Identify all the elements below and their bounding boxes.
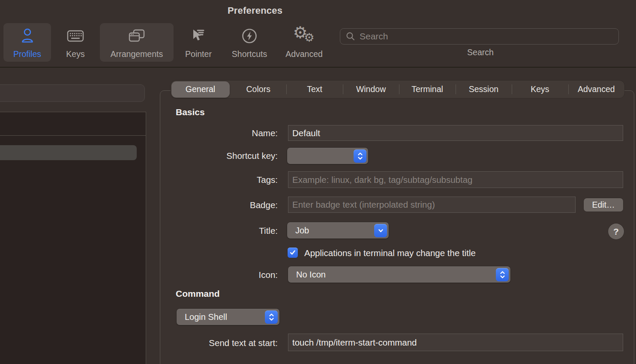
title-popup[interactable]: Job xyxy=(287,222,389,239)
toolbar-item-label: Profiles xyxy=(13,49,41,59)
basics-section-header: Basics xyxy=(176,107,205,117)
tab-terminal[interactable]: Terminal xyxy=(399,81,455,98)
toolbar-item-label: Advanced xyxy=(285,49,323,59)
command-type-value: Login Shell xyxy=(177,312,227,322)
keyboard-icon xyxy=(67,23,84,48)
icon-popup-value: No Icon xyxy=(288,270,326,280)
shortcut-key-popup[interactable] xyxy=(287,148,368,164)
lightning-icon xyxy=(241,23,258,48)
tab-text[interactable]: Text xyxy=(286,81,342,98)
toolbar-item-label: Arrangements xyxy=(111,49,163,59)
title-change-checkbox[interactable] xyxy=(288,248,298,258)
gears-icon: ⚙⚙ xyxy=(292,23,316,48)
toolbar-search-field[interactable] xyxy=(340,28,619,45)
tab-window[interactable]: Window xyxy=(343,81,399,98)
badge-field[interactable] xyxy=(288,197,576,213)
cursor-icon xyxy=(190,23,207,48)
toolbar-item-label: Shortcuts xyxy=(232,49,267,59)
icon-label: Icon: xyxy=(176,270,278,280)
tab-keys[interactable]: Keys xyxy=(512,81,568,98)
toolbar-item-pointer[interactable]: Pointer xyxy=(180,23,217,62)
name-label: Name: xyxy=(176,128,278,138)
toolbar-search-label: Search xyxy=(464,48,497,57)
toolbar-item-keys[interactable]: Keys xyxy=(58,23,93,62)
profile-list-selected-row[interactable] xyxy=(0,145,137,160)
name-field[interactable] xyxy=(288,125,623,141)
send-text-field[interactable] xyxy=(288,334,623,351)
tab-session[interactable]: Session xyxy=(456,81,512,98)
profile-list-header xyxy=(0,112,146,136)
help-button[interactable]: ? xyxy=(608,224,624,239)
toolbar-item-profiles[interactable]: Profiles xyxy=(3,23,51,62)
tab-general[interactable]: General xyxy=(171,81,230,98)
toolbar-item-label: Keys xyxy=(66,49,84,59)
search-icon xyxy=(346,32,355,41)
person-icon xyxy=(20,23,35,48)
badge-label: Badge: xyxy=(176,200,278,210)
toolbar-item-shortcuts[interactable]: Shortcuts xyxy=(224,23,275,62)
updown-chevrons-icon xyxy=(265,310,278,324)
tab-advanced[interactable]: Advanced xyxy=(568,81,624,98)
title-label: Title: xyxy=(176,226,278,236)
window-title: Preferences xyxy=(180,5,330,16)
icon-popup[interactable]: No Icon xyxy=(288,266,510,283)
updown-chevrons-icon xyxy=(354,149,366,163)
profile-list[interactable] xyxy=(0,112,146,364)
title-popup-value: Job xyxy=(287,226,309,236)
toolbar-item-label: Pointer xyxy=(185,49,212,59)
title-change-checkbox-label: Applications in terminal may change the … xyxy=(304,248,476,258)
profile-search-field[interactable] xyxy=(0,84,145,102)
command-type-popup[interactable]: Login Shell xyxy=(177,309,279,325)
tab-colors[interactable]: Colors xyxy=(230,81,286,98)
command-section-header: Command xyxy=(176,289,220,299)
search-input[interactable] xyxy=(360,31,600,42)
tags-label: Tags: xyxy=(176,175,278,185)
tags-field[interactable] xyxy=(288,171,623,188)
send-text-label: Send text at start: xyxy=(176,338,278,348)
toolbar-divider xyxy=(0,67,636,68)
chevron-down-icon xyxy=(374,224,387,237)
toolbar-item-arrangements[interactable]: Arrangements xyxy=(100,23,174,62)
checkmark-icon xyxy=(289,249,296,256)
windows-icon xyxy=(128,23,145,48)
shortcut-key-label: Shortcut key: xyxy=(176,151,278,161)
preferences-window: Preferences Profiles Keys xyxy=(0,0,636,364)
toolbar-item-advanced[interactable]: ⚙⚙ Advanced xyxy=(279,23,329,62)
updown-chevrons-icon xyxy=(496,268,509,281)
badge-edit-button[interactable]: Edit… xyxy=(584,198,623,212)
profile-tabbar: General Colors Text Window Terminal Sess… xyxy=(171,81,624,98)
